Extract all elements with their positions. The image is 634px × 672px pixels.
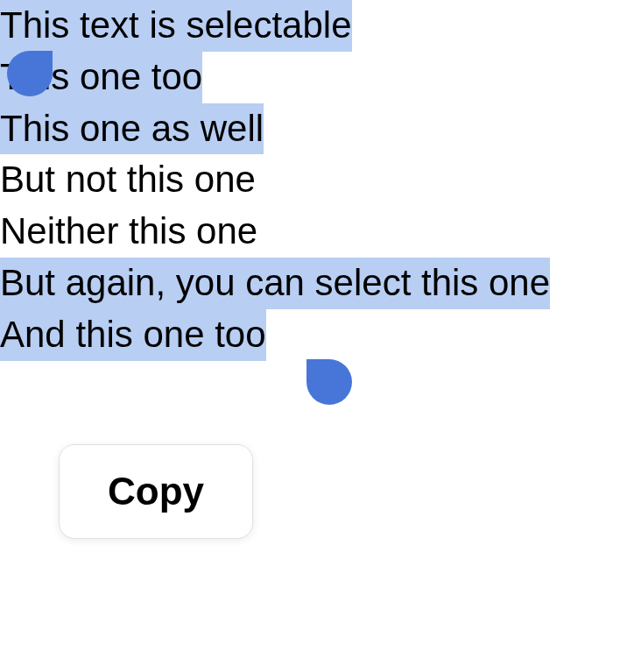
text-list: This text is selectable This one too Thi… [0, 0, 634, 361]
text-line-4[interactable]: But not this one [0, 154, 256, 206]
copy-button[interactable]: Copy [59, 444, 253, 539]
text-line-7[interactable]: And this one too [0, 309, 266, 361]
selection-handle-end-icon[interactable] [306, 359, 352, 405]
copy-button-label: Copy [108, 470, 204, 513]
selection-handle-start-icon[interactable] [7, 51, 53, 96]
text-line-3[interactable]: This one as well [0, 103, 264, 155]
text-line-6[interactable]: But again, you can select this one [0, 258, 550, 309]
text-line-5[interactable]: Neither this one [0, 206, 257, 258]
text-line-1[interactable]: This text is selectable [0, 0, 352, 52]
